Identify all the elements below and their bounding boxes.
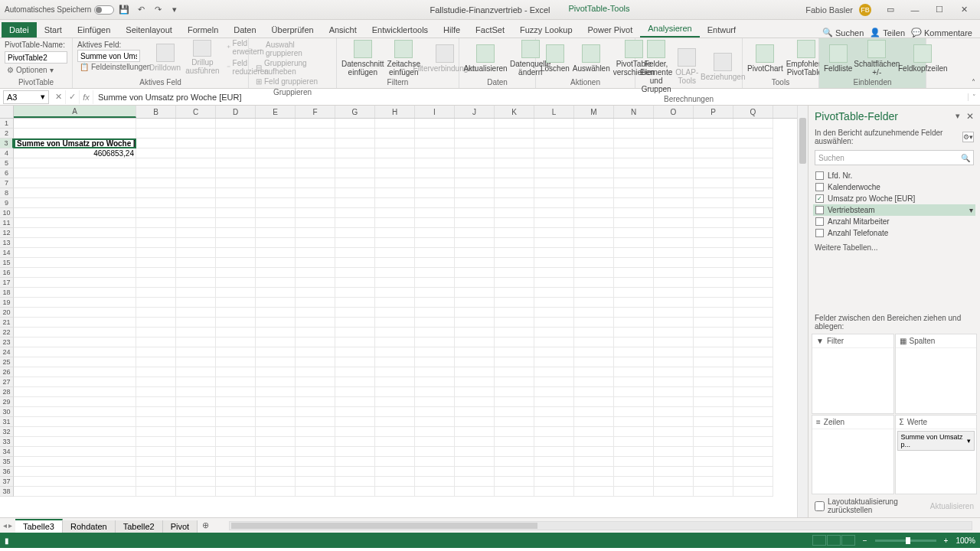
cell[interactable] — [534, 129, 574, 139]
cell[interactable] — [574, 337, 614, 347]
cell[interactable] — [574, 148, 614, 158]
cell[interactable] — [455, 258, 495, 268]
cell[interactable] — [733, 298, 773, 308]
normal-view-icon[interactable] — [812, 535, 826, 546]
cell[interactable] — [216, 407, 256, 417]
cell[interactable] — [176, 158, 216, 168]
cell[interactable] — [176, 427, 216, 437]
cell[interactable] — [136, 387, 176, 397]
cell[interactable] — [495, 258, 534, 268]
cell[interactable] — [256, 427, 296, 437]
cell[interactable] — [14, 328, 136, 337]
cell[interactable] — [574, 158, 614, 168]
cell[interactable] — [296, 487, 335, 497]
filter-drop-area[interactable]: ▼Filter — [812, 334, 894, 414]
cell[interactable] — [694, 129, 733, 139]
cell[interactable] — [574, 288, 614, 298]
row-header[interactable]: 24 — [0, 347, 14, 357]
cell[interactable] — [614, 417, 654, 427]
tab-powerpivot[interactable]: Power Pivot — [580, 22, 641, 37]
cell[interactable] — [733, 347, 773, 357]
cell[interactable] — [733, 447, 773, 457]
cell[interactable] — [14, 158, 136, 168]
cell[interactable] — [534, 387, 574, 397]
cell[interactable] — [495, 337, 534, 347]
cell[interactable] — [375, 387, 415, 397]
cell[interactable] — [694, 417, 733, 427]
cell[interactable] — [614, 377, 654, 387]
cell[interactable] — [614, 139, 654, 148]
cell[interactable] — [614, 308, 654, 318]
cell[interactable] — [415, 178, 455, 188]
expand-formula-icon[interactable]: ˅ — [968, 93, 980, 101]
cell[interactable] — [14, 407, 136, 417]
cell[interactable] — [256, 198, 296, 208]
row-header[interactable]: 38 — [0, 487, 14, 497]
cell[interactable] — [216, 487, 256, 497]
cell[interactable] — [296, 178, 335, 188]
cell[interactable] — [375, 268, 415, 278]
cell[interactable] — [694, 248, 733, 258]
cell[interactable] — [733, 477, 773, 487]
cell[interactable] — [574, 328, 614, 337]
cell[interactable] — [176, 129, 216, 139]
cell[interactable] — [534, 407, 574, 417]
cell[interactable] — [256, 258, 296, 268]
cell[interactable] — [256, 377, 296, 387]
cell[interactable] — [654, 198, 694, 208]
cell[interactable] — [14, 347, 136, 357]
cell[interactable] — [534, 168, 574, 178]
cell[interactable] — [574, 168, 614, 178]
qat-customize-icon[interactable]: ▾ — [168, 3, 181, 17]
cell[interactable] — [335, 437, 375, 447]
cell[interactable] — [733, 397, 773, 407]
cell[interactable] — [256, 268, 296, 278]
row-header[interactable]: 7 — [0, 178, 14, 188]
row-header[interactable]: 32 — [0, 427, 14, 437]
col-header-G[interactable]: G — [335, 106, 375, 118]
cell[interactable] — [14, 178, 136, 188]
cell[interactable] — [614, 487, 654, 497]
cell[interactable] — [296, 308, 335, 318]
cell[interactable] — [216, 357, 256, 367]
cell[interactable] — [256, 228, 296, 238]
cell[interactable] — [614, 168, 654, 178]
field-search-input[interactable]: Suchen 🔍 — [815, 150, 974, 165]
cell[interactable] — [335, 397, 375, 407]
cell[interactable] — [335, 238, 375, 248]
cell[interactable] — [415, 397, 455, 407]
cell[interactable] — [176, 467, 216, 477]
cell[interactable] — [614, 218, 654, 228]
tab-review[interactable]: Überprüfen — [264, 22, 322, 37]
cell[interactable] — [296, 477, 335, 487]
row-header[interactable]: 4 — [0, 148, 14, 158]
cell[interactable] — [534, 328, 574, 337]
cell[interactable] — [176, 258, 216, 268]
undo-icon[interactable]: ↶ — [134, 3, 148, 17]
tab-pagelayout[interactable]: Seitenlayout — [118, 22, 180, 37]
cell[interactable] — [216, 437, 256, 447]
row-header[interactable]: 36 — [0, 467, 14, 477]
cell[interactable] — [694, 198, 733, 208]
cell[interactable] — [216, 158, 256, 168]
cell[interactable] — [455, 268, 495, 278]
cell[interactable] — [694, 178, 733, 188]
more-tables-link[interactable]: Weitere Tabellen... — [808, 240, 980, 255]
cell[interactable] — [136, 208, 176, 218]
cell[interactable] — [415, 467, 455, 477]
cell[interactable] — [733, 208, 773, 218]
cell[interactable] — [694, 457, 733, 467]
cell[interactable] — [136, 178, 176, 188]
cell[interactable] — [495, 278, 534, 288]
cell[interactable] — [694, 377, 733, 387]
cell[interactable] — [296, 188, 335, 198]
cell[interactable] — [256, 367, 296, 377]
cell[interactable] — [495, 397, 534, 407]
cell[interactable] — [694, 218, 733, 228]
cell[interactable] — [296, 417, 335, 427]
cell[interactable] — [176, 357, 216, 367]
cell[interactable] — [654, 347, 694, 357]
cell[interactable] — [415, 139, 455, 148]
cell[interactable] — [136, 218, 176, 228]
cell[interactable] — [733, 457, 773, 467]
